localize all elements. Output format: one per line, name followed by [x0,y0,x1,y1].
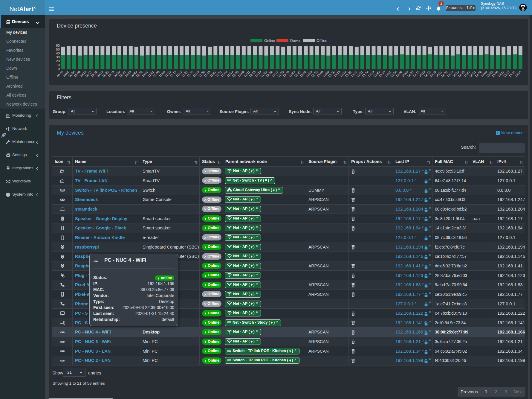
svg-text:0: 0 [58,67,60,71]
svg-text:Online: Online [264,39,275,43]
svg-text:30: 30 [56,55,60,59]
svg-text:20: 20 [56,59,60,63]
svg-text:Offline: Offline [317,39,327,43]
svg-text:40: 40 [56,51,60,55]
svg-text:15:24: 15:24 [514,70,522,78]
svg-text:10: 10 [56,63,60,67]
svg-text:60: 60 [56,44,60,47]
svg-text:Down: Down [290,39,300,43]
svg-text:50: 50 [56,48,60,51]
